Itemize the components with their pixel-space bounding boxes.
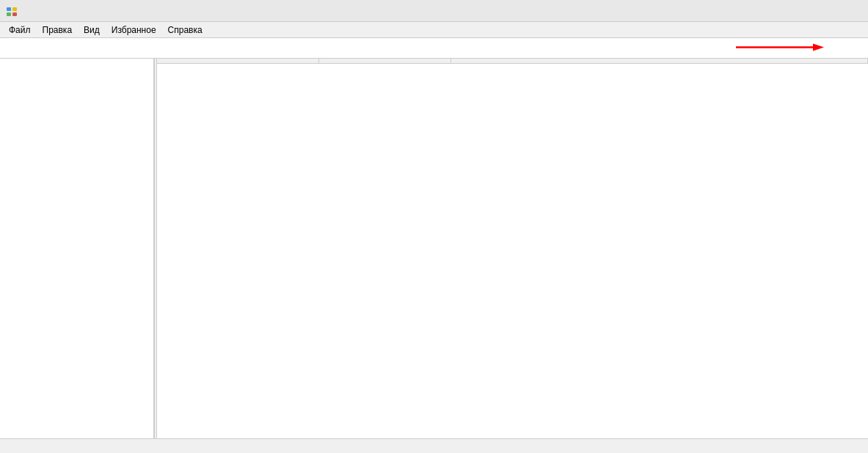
status-bar [0, 438, 868, 453]
col-header-type[interactable] [318, 59, 451, 64]
address-bar [0, 38, 868, 59]
registry-values-pane [157, 59, 868, 438]
window-controls [761, 0, 862, 22]
svg-rect-1 [12, 7, 17, 11]
title-bar-left [6, 5, 22, 17]
svg-marker-5 [813, 43, 824, 51]
svg-rect-3 [12, 12, 17, 16]
svg-rect-2 [7, 12, 11, 16]
arrow-indicator [736, 40, 824, 56]
close-button[interactable] [828, 0, 862, 22]
col-header-name[interactable] [157, 59, 318, 64]
registry-tree[interactable] [0, 59, 154, 438]
menu-item-правка[interactable]: Правка [37, 23, 79, 37]
menu-item-файл[interactable]: Файл [3, 23, 37, 37]
app-icon [6, 5, 18, 17]
svg-rect-0 [7, 7, 11, 11]
maximize-button[interactable] [795, 0, 828, 22]
col-header-value[interactable] [451, 59, 868, 64]
title-bar [0, 0, 868, 22]
minimize-button[interactable] [761, 0, 795, 22]
menu-item-вид[interactable]: Вид [78, 23, 106, 37]
values-table [157, 59, 868, 64]
menu-bar: ФайлПравкаВидИзбранноеСправка [0, 22, 868, 38]
main-layout [0, 59, 868, 438]
menu-item-справка[interactable]: Справка [162, 23, 208, 37]
menu-item-избранное[interactable]: Избранное [106, 23, 162, 37]
